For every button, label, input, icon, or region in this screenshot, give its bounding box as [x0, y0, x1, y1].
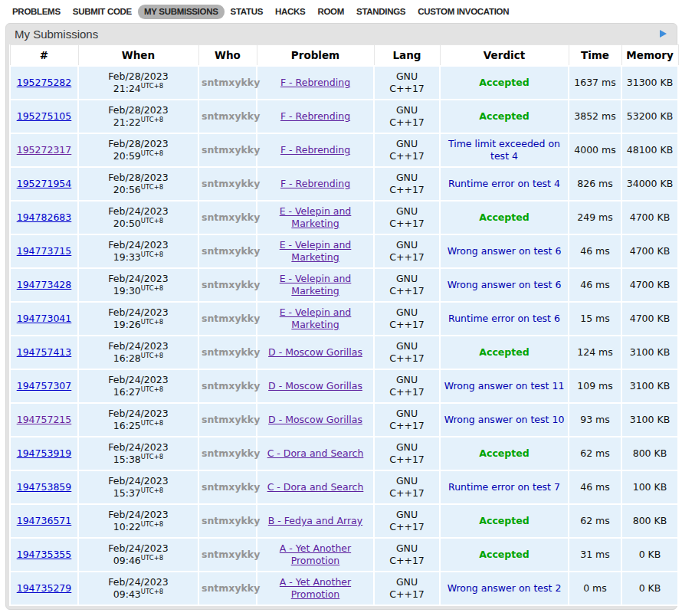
exec-time-label: 46 ms: [580, 279, 610, 290]
tab-my-submissions[interactable]: MY SUBMISSIONS: [138, 5, 225, 19]
submission-time: 21:22UTC+8: [81, 116, 195, 129]
memory-label: 0 KB: [639, 549, 661, 560]
submission-id-link[interactable]: 194757215: [17, 414, 72, 425]
problem-link[interactable]: F - Rebrending: [280, 110, 350, 122]
tab-submit-code[interactable]: SUBMIT CODE: [67, 5, 138, 19]
id-cell: 194757307: [10, 369, 78, 403]
when-cell: Feb/24/2023 09:43UTC+8: [78, 572, 198, 605]
memory-cell: 800 KB: [621, 504, 678, 538]
problem-link[interactable]: C - Dora and Search: [267, 447, 364, 459]
problem-link[interactable]: C - Dora and Search: [267, 481, 364, 493]
memory-label: 34000 KB: [627, 178, 674, 189]
problem-link[interactable]: F - Rebrending: [280, 144, 350, 156]
when-cell: Feb/28/2023 20:56UTC+8: [78, 167, 198, 201]
memory-cell: 3100 KB: [621, 369, 678, 403]
author-handle: sntmxykky: [202, 77, 260, 88]
problem-link[interactable]: B - Fedya and Array: [268, 515, 362, 526]
when-cell: Feb/24/2023 10:22UTC+8: [78, 504, 198, 538]
problem-cell: C - Dora and Search: [257, 437, 374, 470]
language-label: GNU C++17: [387, 273, 427, 297]
lang-cell: GNU C++17: [374, 336, 440, 369]
problem-link[interactable]: D - Moscow Gorillas: [268, 380, 362, 392]
submission-id-link[interactable]: 195272317: [17, 144, 72, 156]
timezone-label: UTC+8: [141, 419, 163, 427]
submission-time: 20:59UTC+8: [81, 150, 195, 162]
lang-cell: GNU C++17: [374, 437, 440, 470]
problem-link[interactable]: F - Rebrending: [280, 178, 350, 189]
problem-link[interactable]: E - Velepin and Marketing: [280, 205, 352, 229]
lang-cell: GNU C++17: [374, 100, 440, 133]
tab-problems[interactable]: PROBLEMS: [6, 5, 67, 19]
verdict-label: Wrong answer on test 2: [448, 582, 562, 594]
submission-date: Feb/24/2023: [81, 542, 195, 555]
problem-link[interactable]: E - Velepin and Marketing: [280, 273, 352, 297]
language-label: GNU C++17: [387, 374, 427, 398]
verdict-label: Time limit exceeded on test 4: [448, 138, 560, 162]
submission-date: Feb/24/2023: [81, 239, 195, 251]
memory-cell: 53200 KB: [621, 100, 678, 133]
submission-time: 19:26UTC+8: [81, 319, 195, 331]
who-cell: sntmxykky: [198, 369, 257, 403]
lang-cell: GNU C++17: [374, 369, 440, 403]
when-cell: Feb/24/2023 15:37UTC+8: [78, 470, 198, 504]
memory-label: 800 KB: [633, 447, 667, 459]
timezone-label: UTC+8: [141, 453, 163, 460]
lang-cell: GNU C++17: [374, 133, 440, 167]
submission-id-link[interactable]: 194757413: [17, 346, 72, 358]
tab-room[interactable]: ROOM: [311, 5, 350, 19]
expand-arrow-icon[interactable]: [660, 30, 667, 38]
verdict-cell: Accepted: [440, 336, 569, 369]
table-row: 194757215 Feb/24/2023 16:25UTC+8 sntmxyk…: [10, 403, 678, 437]
submission-id-link[interactable]: 194735355: [17, 549, 72, 560]
problem-cell: E - Velepin and Marketing: [257, 268, 374, 302]
table-row: 195275105 Feb/28/2023 21:22UTC+8 sntmxyk…: [10, 100, 678, 133]
submission-id-link[interactable]: 194773041: [17, 313, 72, 324]
problem-link[interactable]: A - Yet Another Promotion: [280, 542, 351, 566]
submission-id-link[interactable]: 194753919: [17, 447, 72, 459]
submission-id-link[interactable]: 195271954: [17, 178, 72, 189]
author-handle: sntmxykky: [202, 144, 260, 156]
lang-cell: GNU C++17: [374, 538, 440, 572]
column-header-memory: Memory: [621, 45, 678, 67]
tab-hacks[interactable]: HACKS: [269, 5, 311, 19]
submission-id-link[interactable]: 194735279: [17, 582, 72, 594]
timezone-label: UTC+8: [141, 520, 163, 528]
tab-standings[interactable]: STANDINGS: [350, 5, 411, 19]
memory-label: 4700 KB: [630, 279, 671, 290]
author-handle: sntmxykky: [202, 346, 260, 358]
submission-id-link[interactable]: 195275105: [17, 110, 72, 122]
problem-link[interactable]: E - Velepin and Marketing: [280, 306, 352, 330]
who-cell: sntmxykky: [198, 66, 257, 100]
time-cell: 15 ms: [569, 302, 621, 336]
submission-id-link[interactable]: 194782683: [17, 211, 72, 223]
submission-id-link[interactable]: 194773428: [17, 279, 72, 290]
timezone-label: UTC+8: [141, 352, 163, 359]
who-cell: sntmxykky: [198, 133, 257, 167]
submission-id-link[interactable]: 194773715: [17, 245, 72, 257]
problem-link[interactable]: A - Yet Another Promotion: [280, 576, 351, 600]
submission-id-link[interactable]: 195275282: [17, 77, 72, 88]
verdict-cell: Wrong answer on test 11: [440, 369, 569, 403]
tab-custom-invocation[interactable]: CUSTOM INVOCATION: [411, 5, 515, 19]
lang-cell: GNU C++17: [374, 403, 440, 437]
lang-cell: GNU C++17: [374, 66, 440, 100]
column-header-id: #: [10, 45, 78, 67]
table-row: 194782683 Feb/24/2023 20:50UTC+8 sntmxyk…: [10, 201, 678, 234]
submission-date: Feb/24/2023: [81, 475, 195, 487]
when-cell: Feb/24/2023 16:27UTC+8: [78, 369, 198, 403]
problem-link[interactable]: D - Moscow Gorillas: [268, 346, 362, 358]
problem-link[interactable]: D - Moscow Gorillas: [268, 414, 362, 425]
language-label: GNU C++17: [387, 172, 427, 195]
language-label: GNU C++17: [387, 205, 427, 229]
problem-link[interactable]: F - Rebrending: [280, 77, 350, 88]
author-handle: sntmxykky: [202, 178, 260, 189]
author-handle: sntmxykky: [202, 279, 260, 290]
submission-id-link[interactable]: 194736571: [17, 515, 72, 526]
submission-time: 21:24UTC+8: [81, 83, 195, 95]
submission-id-link[interactable]: 194753859: [17, 481, 72, 493]
submission-id-link[interactable]: 194757307: [17, 380, 72, 392]
lang-cell: GNU C++17: [374, 167, 440, 201]
tab-status[interactable]: STATUS: [225, 5, 270, 19]
problem-link[interactable]: E - Velepin and Marketing: [280, 239, 352, 263]
who-cell: sntmxykky: [198, 504, 257, 538]
